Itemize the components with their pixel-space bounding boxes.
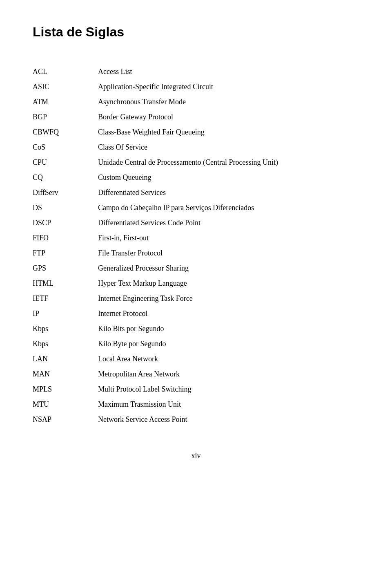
acronym-abbr: CQ <box>33 170 98 185</box>
acronym-definition: Custom Queueing <box>98 170 359 185</box>
acronym-abbr: HTML <box>33 276 98 291</box>
acronym-abbr: IP <box>33 306 98 321</box>
acronym-abbr: GPS <box>33 261 98 276</box>
acronym-abbr: DS <box>33 200 98 215</box>
table-row: ACLAccess List <box>33 64 359 79</box>
table-row: MPLSMulti Protocol Label Switching <box>33 382 359 397</box>
acronym-abbr: CoS <box>33 140 98 155</box>
table-row: LANLocal Area Network <box>33 352 359 367</box>
acronym-abbr: FTP <box>33 246 98 261</box>
acronym-abbr: CBWFQ <box>33 125 98 140</box>
table-row: IPInternet Protocol <box>33 306 359 321</box>
acronym-abbr: ATM <box>33 94 98 110</box>
acronym-definition: Application-Specific Integrated Circuit <box>98 79 359 94</box>
acronym-definition: File Transfer Protocol <box>98 246 359 261</box>
table-row: FTPFile Transfer Protocol <box>33 246 359 261</box>
table-row: ATMAsynchronous Transfer Mode <box>33 94 359 110</box>
acronym-definition: Generalized Processor Sharing <box>98 261 359 276</box>
acronym-abbr: ACL <box>33 64 98 79</box>
acronym-definition: Asynchronous Transfer Mode <box>98 94 359 110</box>
table-row: FIFOFirst-in, First-out <box>33 231 359 246</box>
table-row: KbpsKilo Byte por Segundo <box>33 336 359 352</box>
acronym-definition: Internet Protocol <box>98 306 359 321</box>
acronym-abbr: BGP <box>33 110 98 125</box>
acronym-definition: Class-Base Weighted Fair Queueing <box>98 125 359 140</box>
table-row: CoSClass Of Service <box>33 140 359 155</box>
table-row: ASICApplication-Specific Integrated Circ… <box>33 79 359 94</box>
table-row: CPUUnidade Central de Processamento (Cen… <box>33 155 359 170</box>
acronym-definition: Metropolitan Area Network <box>98 367 359 382</box>
acronym-abbr: Kbps <box>33 321 98 336</box>
acronym-table: ACLAccess ListASICApplication-Specific I… <box>33 64 359 427</box>
acronym-abbr: MPLS <box>33 382 98 397</box>
acronym-definition: First-in, First-out <box>98 231 359 246</box>
acronym-definition: Differentiated Services <box>98 185 359 200</box>
acronym-definition: Multi Protocol Label Switching <box>98 382 359 397</box>
acronym-abbr: Kbps <box>33 336 98 352</box>
table-row: CQCustom Queueing <box>33 170 359 185</box>
acronym-abbr: IETF <box>33 291 98 306</box>
page-footer: xiv <box>33 452 359 460</box>
table-row: CBWFQClass-Base Weighted Fair Queueing <box>33 125 359 140</box>
table-row: HTMLHyper Text Markup Language <box>33 276 359 291</box>
acronym-definition: Unidade Central de Processamento (Centra… <box>98 155 359 170</box>
acronym-abbr: FIFO <box>33 231 98 246</box>
acronym-definition: Hyper Text Markup Language <box>98 276 359 291</box>
acronym-definition: Class Of Service <box>98 140 359 155</box>
acronym-definition: Access List <box>98 64 359 79</box>
table-row: IETFInternet Engineering Task Force <box>33 291 359 306</box>
acronym-abbr: MAN <box>33 367 98 382</box>
table-row: NSAPNetwork Service Access Point <box>33 412 359 427</box>
acronym-definition: Internet Engineering Task Force <box>98 291 359 306</box>
acronym-definition: Campo do Cabeçalho IP para Serviços Dife… <box>98 200 359 215</box>
acronym-abbr: ASIC <box>33 79 98 94</box>
acronym-definition: Maximum Trasmission Unit <box>98 397 359 412</box>
acronym-definition: Kilo Bits por Segundo <box>98 321 359 336</box>
acronym-abbr: CPU <box>33 155 98 170</box>
table-row: DSCPDifferentiated Services Code Point <box>33 215 359 231</box>
table-row: DiffServDifferentiated Services <box>33 185 359 200</box>
acronym-definition: Border Gateway Protocol <box>98 110 359 125</box>
acronym-definition: Differentiated Services Code Point <box>98 215 359 231</box>
acronym-abbr: LAN <box>33 352 98 367</box>
table-row: DSCampo do Cabeçalho IP para Serviços Di… <box>33 200 359 215</box>
acronym-definition: Network Service Access Point <box>98 412 359 427</box>
acronym-definition: Local Area Network <box>98 352 359 367</box>
table-row: MANMetropolitan Area Network <box>33 367 359 382</box>
table-row: MTUMaximum Trasmission Unit <box>33 397 359 412</box>
acronym-definition: Kilo Byte por Segundo <box>98 336 359 352</box>
page-title: Lista de Siglas <box>33 25 359 40</box>
table-row: GPSGeneralized Processor Sharing <box>33 261 359 276</box>
acronym-abbr: DiffServ <box>33 185 98 200</box>
table-row: BGPBorder Gateway Protocol <box>33 110 359 125</box>
acronym-abbr: MTU <box>33 397 98 412</box>
acronym-abbr: NSAP <box>33 412 98 427</box>
acronym-abbr: DSCP <box>33 215 98 231</box>
table-row: KbpsKilo Bits por Segundo <box>33 321 359 336</box>
